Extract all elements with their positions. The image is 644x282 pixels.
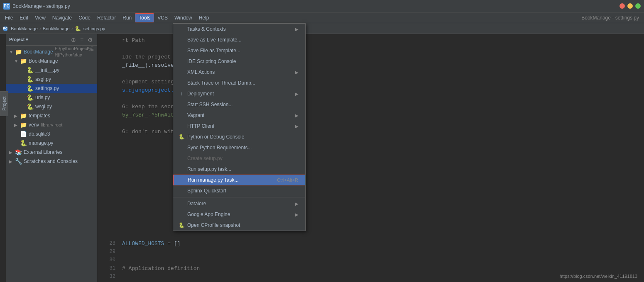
main-layout: Project Project ▾ ⊕ ≡ ⚙ ▼ 📁 BookManage E… xyxy=(0,34,644,282)
live-template-icon xyxy=(178,36,185,43)
tree-item-external-libs[interactable]: ▶ 📚 External Libraries xyxy=(6,148,97,157)
code-line-30: 30 xyxy=(97,257,644,265)
deployment-submenu-arrow: ▶ xyxy=(295,92,299,96)
xml-icon xyxy=(178,69,185,75)
title-bar: PC BookManage - settings.py xyxy=(0,0,644,12)
datalore-submenu-arrow: ▶ xyxy=(295,202,299,206)
menu-xml-actions[interactable]: XML Actions ▶ xyxy=(173,67,305,78)
breadcrumb-item-3[interactable]: 🐍settings.py xyxy=(75,26,105,32)
watermark: https://blog.csdn.net/weixin_41191813 xyxy=(560,274,637,279)
deployment-icon: ↑ xyxy=(178,90,185,97)
tree-venv-label: library root xyxy=(41,122,62,127)
menu-run-manage-task[interactable]: Run manage.py Task... Ctrl+Alt+R xyxy=(173,175,305,185)
tasks-icon xyxy=(178,26,185,32)
tree-item-wsgi[interactable]: 🐍 wsgi.py xyxy=(6,102,97,111)
file-template-icon xyxy=(178,47,185,54)
menu-edit[interactable]: Edit xyxy=(16,13,32,22)
tools-dropdown: Tasks & Contexts ▶ Save as Live Template… xyxy=(173,23,306,231)
menu-file[interactable]: File xyxy=(2,13,16,22)
window-controls xyxy=(620,3,641,9)
xml-submenu-arrow: ▶ xyxy=(295,70,299,75)
http-icon xyxy=(178,123,185,129)
menu-datalore[interactable]: Datalore ▶ xyxy=(173,198,305,209)
menu-deployment[interactable]: ↑ Deployment ▶ xyxy=(173,88,305,99)
code-line-28: 28 ALLOWED_HOSTS = [] xyxy=(97,241,644,249)
sync-icon xyxy=(178,144,185,151)
settings-icon[interactable]: ⚙ xyxy=(87,36,93,43)
breadcrumb-item-1[interactable]: BookManage xyxy=(11,26,38,31)
code-line-31: 31 # Application definition xyxy=(97,265,644,274)
submenu-arrow: ▶ xyxy=(295,27,299,32)
menu-http-client[interactable]: HTTP Client ▶ xyxy=(173,121,305,131)
title-center: BookManage - settings.py xyxy=(581,15,642,21)
project-tree: ▼ 📁 BookManage E:\pythonProject\运维Python… xyxy=(6,46,97,282)
menu-google-app-engine[interactable]: Google App Engine ▶ xyxy=(173,209,305,220)
menu-create-setup: Create setup.py xyxy=(173,153,305,164)
menu-vcs[interactable]: VCS xyxy=(154,13,171,22)
menu-save-file-template[interactable]: Save File as Template... xyxy=(173,45,305,56)
minimize-btn[interactable] xyxy=(627,3,633,9)
menu-start-ssh[interactable]: Start SSH Session... xyxy=(173,99,305,110)
vagrant-icon xyxy=(178,112,185,119)
collapse-all-icon[interactable]: ≡ xyxy=(78,36,85,43)
http-submenu-arrow: ▶ xyxy=(295,124,299,129)
breadcrumb-item-2[interactable]: BookManage xyxy=(43,26,70,31)
ssh-icon xyxy=(178,101,185,108)
vagrant-submenu-arrow: ▶ xyxy=(295,113,299,118)
maximize-btn[interactable] xyxy=(635,3,641,9)
menu-window[interactable]: Window xyxy=(171,13,196,22)
tree-item-init[interactable]: 🐍 __init__.py xyxy=(6,66,97,75)
project-icon: PC xyxy=(3,27,7,31)
menu-sphinx-quickstart[interactable]: Sphinx Quickstart xyxy=(173,185,305,196)
datalore-icon xyxy=(178,200,185,207)
code-line-29: 29 xyxy=(97,249,644,257)
tools-menu: Tasks & Contexts ▶ Save as Live Template… xyxy=(173,23,306,231)
breadcrumb-sep-1: › xyxy=(39,26,41,32)
run-manage-shortcut: Ctrl+Alt+R xyxy=(277,177,298,182)
tree-path: E:\pythonProject\运维Python\day xyxy=(55,46,94,58)
menu-refactor[interactable]: Refactor xyxy=(94,13,119,22)
menu-vagrant[interactable]: Vagrant ▶ xyxy=(173,110,305,121)
sidebar-toolbar: ⊕ ≡ ⚙ xyxy=(70,36,93,43)
menu-sync-python[interactable]: Sync Python Requirements... xyxy=(173,142,305,153)
sidebar: Project ▾ ⊕ ≡ ⚙ ▼ 📁 BookManage E:\python… xyxy=(6,34,97,282)
gae-submenu-arrow: ▶ xyxy=(295,212,299,217)
menu-run[interactable]: Run xyxy=(119,13,135,22)
tree-item-urls[interactable]: 🐍 urls.py xyxy=(6,93,97,102)
tree-item-scratches[interactable]: ▶ 🔧 Scratches and Consoles xyxy=(6,157,97,166)
tree-item-venv[interactable]: ▶ 📁 venv library root xyxy=(6,120,97,129)
menu-stack-trace[interactable]: Stack Trace or Thread Dump... xyxy=(173,78,305,88)
menu-bar: File Edit View Navigate Code Refactor Ru… xyxy=(0,12,644,23)
menu-ide-scripting[interactable]: IDE Scripting Console xyxy=(173,56,305,67)
menu-help[interactable]: Help xyxy=(196,13,213,22)
window-title: BookManage - settings.py xyxy=(12,3,70,9)
sidebar-header: Project ▾ ⊕ ≡ ⚙ xyxy=(6,34,97,46)
tree-item-manage[interactable]: 🐍 manage.py xyxy=(6,139,97,148)
tree-item-db[interactable]: 📄 db.sqlite3 xyxy=(6,129,97,139)
project-side-tab[interactable]: Project xyxy=(0,91,8,116)
tree-item-templates[interactable]: ▶ 📁 templates xyxy=(6,111,97,120)
menu-code[interactable]: Code xyxy=(75,13,94,22)
create-setup-icon xyxy=(178,155,185,162)
gae-icon xyxy=(178,211,185,218)
menu-tasks-contexts[interactable]: Tasks & Contexts ▶ xyxy=(173,24,305,34)
sphinx-icon xyxy=(178,187,185,194)
menu-save-live-template[interactable]: Save as Live Template... xyxy=(173,34,305,45)
tree-item-bookmanage-root[interactable]: ▼ 📁 BookManage E:\pythonProject\运维Python… xyxy=(6,47,97,56)
scripting-icon xyxy=(178,58,185,65)
breadcrumb-sep-2: › xyxy=(71,26,73,32)
tree-item-settings[interactable]: 🐍 settings.py xyxy=(6,84,97,93)
menu-view[interactable]: View xyxy=(32,13,49,22)
menu-run-setup-task[interactable]: Run setup.py task... xyxy=(173,164,305,175)
cprofile-icon: 🐍 xyxy=(178,222,185,229)
menu-separator xyxy=(173,197,305,197)
menu-navigate[interactable]: Navigate xyxy=(49,13,75,22)
close-btn[interactable] xyxy=(620,3,625,9)
menu-open-cprofile[interactable]: 🐍 Open CProfile snapshot xyxy=(173,220,305,231)
python-icon: 🐍 xyxy=(178,134,185,140)
add-icon[interactable]: ⊕ xyxy=(70,36,77,43)
menu-tools[interactable]: Tools xyxy=(135,13,154,22)
tree-item-asgi[interactable]: 🐍 asgi.py xyxy=(6,75,97,84)
stack-trace-icon xyxy=(178,80,185,86)
menu-python-debug-console[interactable]: 🐍 Python or Debug Console xyxy=(173,131,305,142)
